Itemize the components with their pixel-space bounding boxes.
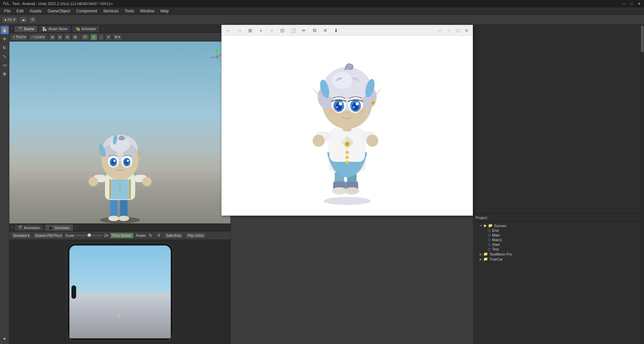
tree-main1-scene[interactable]: ⬡ Main1 <box>474 237 639 242</box>
simulator-tab[interactable]: 📱 Simulator <box>45 224 73 231</box>
browser-copy-button[interactable]: ⧉ <box>310 27 319 34</box>
phone-screen[interactable]: ↕ <box>69 246 171 338</box>
2d-button[interactable]: 2D <box>81 34 89 41</box>
browser-zoom-in-button[interactable]: + <box>257 27 265 34</box>
pivot-dropdown[interactable]: ✓ Pivot ▾ <box>11 34 28 41</box>
snap-extra-button[interactable]: ⊞ <box>72 34 78 41</box>
scale-tool-button[interactable]: ⤡ <box>1 52 9 60</box>
browser-fit-button[interactable]: ⊡ <box>278 27 287 34</box>
browser-edit-button[interactable]: ✏ <box>300 27 308 34</box>
viewport[interactable]: Z Y ≡ Iso <box>9 42 230 223</box>
cloud-button[interactable]: ☁ <box>19 16 28 23</box>
main-content: ✋ ✛ ↻ ⤡ ▭ ⊕ ✦ ⠿ 🎬 Scene 🏪 Asset Store 🎭 … <box>0 25 644 344</box>
local-label: Local <box>34 35 42 39</box>
svg-point-64 <box>313 135 325 147</box>
scale-slider-thumb[interactable] <box>88 233 91 237</box>
fc-chevron-icon: ▾ <box>13 17 15 22</box>
extras-tool-button[interactable]: ✦ <box>1 335 9 343</box>
scene-tab-more-button[interactable]: ⋮ <box>101 27 105 30</box>
fit-to-screen-button[interactable]: Fit to Screen <box>110 232 134 238</box>
gizmos-dropdown[interactable]: ⚙ ▾ <box>113 34 122 41</box>
lighting-button[interactable]: ☀ <box>90 34 97 41</box>
scale-value: 24 <box>104 233 108 237</box>
transform-tool-button[interactable]: ⊕ <box>1 70 9 78</box>
tab-drag-handle: ⠿ <box>11 25 13 32</box>
menu-tools[interactable]: Tools <box>122 8 137 14</box>
browser-content <box>222 36 473 215</box>
tree-end-scene[interactable]: ⬡ End <box>474 228 639 233</box>
tree-main-scene[interactable]: ⬡ Main <box>474 233 639 237</box>
local-dropdown[interactable]: ✓ Local ▾ <box>29 34 47 41</box>
textmesh-folder-icon: 📁 <box>483 252 488 256</box>
play-unfocused-button[interactable]: Play Unfoc <box>185 232 206 238</box>
browser-back-button[interactable]: ← <box>224 27 233 34</box>
asset-store-tab[interactable]: 🏪 Asset Store <box>39 25 71 32</box>
sim-model-chevron-icon: ▾ <box>60 234 62 237</box>
main1-scene-icon: ⬡ <box>488 238 491 242</box>
hand-tool-button[interactable]: ✋ <box>1 26 9 34</box>
tree-test-scene[interactable]: ⬡ Test <box>474 247 639 252</box>
scene-tab[interactable]: 🎬 Scene <box>14 25 38 32</box>
svg-point-23 <box>142 177 152 186</box>
toolbar-separator-2 <box>79 35 80 40</box>
browser-delete-button[interactable]: ✕ <box>321 27 330 34</box>
tree-treecar-folder[interactable]: ▶ 📁 TreeCar <box>474 257 639 262</box>
menu-window[interactable]: Window <box>137 8 157 14</box>
menu-edit[interactable]: Edit <box>14 8 26 14</box>
phone-side-button[interactable] <box>71 285 76 299</box>
animator-tab[interactable]: 🎭 Animator <box>72 25 100 32</box>
audio-button[interactable]: ♪ <box>98 34 104 41</box>
browser-frame-button[interactable]: ⬜ <box>289 27 298 34</box>
menu-file[interactable]: File <box>1 8 13 14</box>
right-panel-scrollbar[interactable] <box>641 25 644 344</box>
animation-tab-icon: 🎬 <box>18 225 22 230</box>
svg-point-61 <box>345 161 349 164</box>
right-panel: Project ▼ ▶ 📁 Scenes ⬡ End ⬡ Main <box>473 25 644 344</box>
sim-tab-more-button[interactable]: ⋮ <box>74 226 77 229</box>
safe-area-button[interactable]: Safe Area <box>164 232 183 238</box>
browser-forward-button[interactable]: → <box>235 27 244 34</box>
rotate-cw-button[interactable]: ↻ <box>148 232 154 238</box>
browser-minimize-button[interactable]: − <box>446 27 452 34</box>
simulator-device-dropdown[interactable]: Simulator ▾ <box>11 232 31 238</box>
minimize-window-button[interactable]: ─ <box>622 1 627 6</box>
animator-tab-label: Animator <box>82 27 96 31</box>
animation-tab[interactable]: 🎬 Animation <box>14 224 44 231</box>
snap-settings-button[interactable]: ⊞ <box>49 34 56 41</box>
browser-zoom-out-button[interactable]: − <box>267 27 276 34</box>
snap-select-button[interactable]: ⊟ <box>64 34 71 41</box>
rotate-ccw-button[interactable]: ↺ <box>156 232 162 238</box>
tree-scenes-folder[interactable]: ▼ ▶ 📁 Scenes <box>474 223 639 228</box>
menu-services[interactable]: Services <box>100 8 121 14</box>
fx-button[interactable]: ✦ <box>105 34 112 41</box>
svg-point-11 <box>108 216 119 221</box>
menu-component[interactable]: Component <box>73 8 100 14</box>
treecar-folder-icon: 📁 <box>483 257 488 261</box>
move-tool-button[interactable]: ✛ <box>1 35 9 43</box>
asset-store-tab-icon: 🏪 <box>42 27 47 31</box>
menu-gameobject[interactable]: GameObject <box>45 8 73 14</box>
main1-scene-label: Main1 <box>492 238 502 242</box>
chibi-character-image <box>288 45 406 206</box>
refresh-button[interactable]: ↺ <box>29 16 37 23</box>
close-window-button[interactable]: ✕ <box>637 1 641 6</box>
simulator-model-dropdown[interactable]: Huawei P40 Pro ▾ <box>33 232 63 238</box>
browser-grid-button[interactable]: ⊞ <box>246 27 255 34</box>
browser-more-button[interactable]: ··· <box>436 27 444 34</box>
menu-help[interactable]: Help <box>158 8 171 14</box>
rect-tool-button[interactable]: ▭ <box>1 61 9 69</box>
browser-close-button[interactable]: ✕ <box>463 27 470 34</box>
tree-textmesh-folder[interactable]: ▶ 📁 TextMesh Pro <box>474 252 639 257</box>
rotate-tool-button[interactable]: ↻ <box>1 44 9 52</box>
fc-dropdown-button[interactable]: ● FC ▾ <box>2 16 18 23</box>
snap-increment-button[interactable]: ⧉ <box>57 34 63 41</box>
phone-device: ↕ <box>66 243 174 341</box>
browser-download-button[interactable]: ⬇ <box>332 27 340 34</box>
scrollbar-thumb[interactable] <box>641 25 644 52</box>
maximize-window-button[interactable]: □ <box>629 1 634 6</box>
browser-maximize-button[interactable]: □ <box>454 27 461 34</box>
tree-start-scene[interactable]: ⬡ Start <box>474 242 639 247</box>
scale-slider-track[interactable] <box>76 235 103 236</box>
window-controls[interactable]: ─ □ ✕ <box>622 1 641 6</box>
menu-assets[interactable]: Assets <box>27 8 44 14</box>
